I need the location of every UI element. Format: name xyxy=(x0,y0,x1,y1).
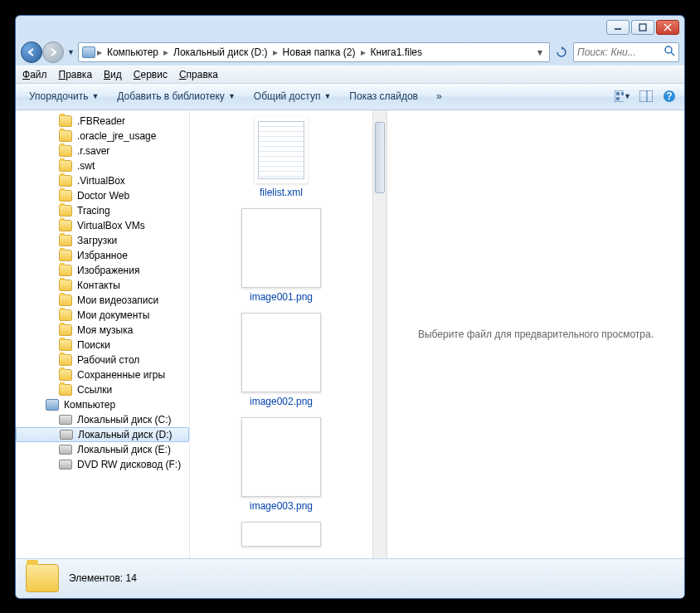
chevron-right-icon[interactable]: ▸ xyxy=(95,46,104,58)
tree-item[interactable]: .swt xyxy=(16,158,189,173)
breadcrumb-item[interactable]: Новая папка (2) xyxy=(280,46,359,58)
tree-item[interactable]: Поиски xyxy=(16,338,189,353)
add-to-library-button[interactable]: Добавить в библиотеку ▼ xyxy=(110,87,241,105)
tree-item[interactable]: Локальный диск (D:) xyxy=(16,427,189,442)
share-button[interactable]: Общий доступ ▼ xyxy=(247,87,338,105)
back-button[interactable] xyxy=(21,41,42,63)
tree-item-label: Локальный диск (C:) xyxy=(77,414,172,426)
breadcrumb-dropdown-icon[interactable]: ▾ xyxy=(534,46,546,58)
file-thumbnail xyxy=(241,417,321,497)
drive-icon xyxy=(59,415,72,425)
comp-icon xyxy=(46,399,59,411)
tree-item[interactable]: Изображения xyxy=(16,263,189,278)
nav-row: ▼ ▸ Компьютер ▸ Локальный диск (D:) ▸ Но… xyxy=(16,39,684,66)
chevron-down-icon: ▼ xyxy=(624,92,631,100)
maximize-button[interactable] xyxy=(631,20,654,35)
search-icon[interactable] xyxy=(664,45,675,59)
tree-item[interactable]: Контакты xyxy=(16,278,189,293)
tree-item[interactable]: Tracing xyxy=(16,203,189,218)
tree-item[interactable]: Моя музыка xyxy=(16,323,189,338)
tree-item[interactable]: Компьютер xyxy=(16,397,189,412)
view-options-button[interactable]: ▼ xyxy=(615,88,631,105)
tree-item[interactable]: .r.saver xyxy=(16,144,189,158)
file-item[interactable]: image001.png xyxy=(241,208,321,303)
navigation-tree[interactable]: .FBReader.oracle_jre_usage.r.saver.swt.V… xyxy=(16,110,190,558)
tree-item[interactable]: Doctor Web xyxy=(16,188,189,203)
menu-edit[interactable]: Правка xyxy=(59,69,93,80)
menu-view[interactable]: Вид xyxy=(104,69,122,80)
tree-item[interactable]: .FBReader xyxy=(16,114,189,129)
breadcrumb-item[interactable]: Локальный диск (D:) xyxy=(170,46,271,58)
tree-item-label: Компьютер xyxy=(64,399,115,411)
tree-item-label: Мои документы xyxy=(77,309,149,321)
content-area: filelist.xmlimage001.pngimage002.pngimag… xyxy=(190,110,684,558)
tree-item-label: VirtualBox VMs xyxy=(77,220,145,231)
refresh-button[interactable] xyxy=(553,44,570,61)
folder-icon xyxy=(59,280,72,291)
more-button[interactable]: » xyxy=(430,87,449,105)
scrollbar[interactable] xyxy=(372,110,387,558)
svg-rect-10 xyxy=(639,90,653,102)
organize-button[interactable]: Упорядочить ▼ xyxy=(22,87,105,105)
tree-item-label: Рабочий стол xyxy=(77,354,139,366)
search-box[interactable] xyxy=(573,42,679,62)
tree-item[interactable]: .VirtualBox xyxy=(16,173,189,188)
preview-pane: Выберите файл для предварительного просм… xyxy=(387,110,684,558)
chevron-right-icon[interactable]: ▸ xyxy=(162,46,170,58)
folder-icon xyxy=(59,384,72,396)
menu-tools[interactable]: Сервис xyxy=(134,69,168,80)
explorer-window: ▼ ▸ Компьютер ▸ Локальный диск (D:) ▸ Но… xyxy=(15,15,685,599)
folder-icon xyxy=(59,220,72,231)
tree-item[interactable]: VirtualBox VMs xyxy=(16,218,189,233)
tree-item[interactable]: .oracle_jre_usage xyxy=(16,129,189,144)
file-item[interactable] xyxy=(241,522,321,547)
status-count: Элементов: 14 xyxy=(69,572,137,584)
folder-icon xyxy=(59,160,72,172)
svg-line-5 xyxy=(671,52,674,56)
chevron-right-icon[interactable]: ▸ xyxy=(271,46,280,58)
toolbar: Упорядочить ▼ Добавить в библиотеку ▼ Об… xyxy=(16,84,684,110)
titlebar xyxy=(16,16,684,39)
slideshow-button[interactable]: Показ слайдов xyxy=(343,87,425,105)
file-item[interactable]: image003.png xyxy=(241,417,321,512)
tree-item[interactable]: Локальный диск (C:) xyxy=(16,412,189,427)
help-button[interactable]: ? xyxy=(661,88,678,105)
body-area: .FBReader.oracle_jre_usage.r.saver.swt.V… xyxy=(16,110,684,558)
breadcrumb-item[interactable]: Компьютер xyxy=(104,46,162,58)
nav-history-dropdown-icon[interactable]: ▼ xyxy=(67,48,75,56)
folder-icon xyxy=(59,115,72,127)
tree-item[interactable]: Загрузки xyxy=(16,233,189,248)
forward-button[interactable] xyxy=(42,41,64,63)
breadcrumb-item[interactable]: Книга1.files xyxy=(367,46,425,58)
tree-item[interactable]: Локальный диск (E:) xyxy=(16,442,189,457)
file-item[interactable]: filelist.xml xyxy=(255,117,308,198)
computer-icon xyxy=(82,46,95,58)
file-item[interactable]: image002.png xyxy=(241,313,321,407)
file-list[interactable]: filelist.xmlimage001.pngimage002.pngimag… xyxy=(190,110,372,558)
folder-icon xyxy=(59,339,72,351)
address-bar[interactable]: ▸ Компьютер ▸ Локальный диск (D:) ▸ Нова… xyxy=(78,42,550,62)
tree-item-label: Doctor Web xyxy=(77,190,129,202)
svg-text:?: ? xyxy=(666,90,672,102)
menu-help[interactable]: Справка xyxy=(179,69,218,80)
folder-icon xyxy=(59,235,72,246)
minimize-button[interactable] xyxy=(606,20,630,35)
search-input[interactable] xyxy=(577,46,664,58)
tree-item-label: Избранное xyxy=(77,250,128,261)
tree-item[interactable]: Рабочий стол xyxy=(16,353,189,367)
chevron-down-icon: ▼ xyxy=(91,92,99,100)
tree-item[interactable]: Сохраненные игры xyxy=(16,367,189,382)
menu-file[interactable]: Файл xyxy=(22,69,47,80)
tree-item[interactable]: Избранное xyxy=(16,248,189,263)
close-button[interactable] xyxy=(656,20,679,35)
preview-pane-button[interactable] xyxy=(638,88,654,105)
chevron-right-icon[interactable]: ▸ xyxy=(359,46,367,58)
tree-item[interactable]: Мои видеозаписи xyxy=(16,293,189,308)
file-name: image002.png xyxy=(250,396,313,407)
scrollbar-thumb[interactable] xyxy=(375,122,385,193)
tree-item-label: .swt xyxy=(77,160,95,172)
tree-item[interactable]: DVD RW дисковод (F:) xyxy=(16,457,189,472)
tree-item[interactable]: Ссылки xyxy=(16,382,189,397)
tree-item[interactable]: Мои документы xyxy=(16,308,189,323)
tree-item-label: Изображения xyxy=(77,265,139,276)
